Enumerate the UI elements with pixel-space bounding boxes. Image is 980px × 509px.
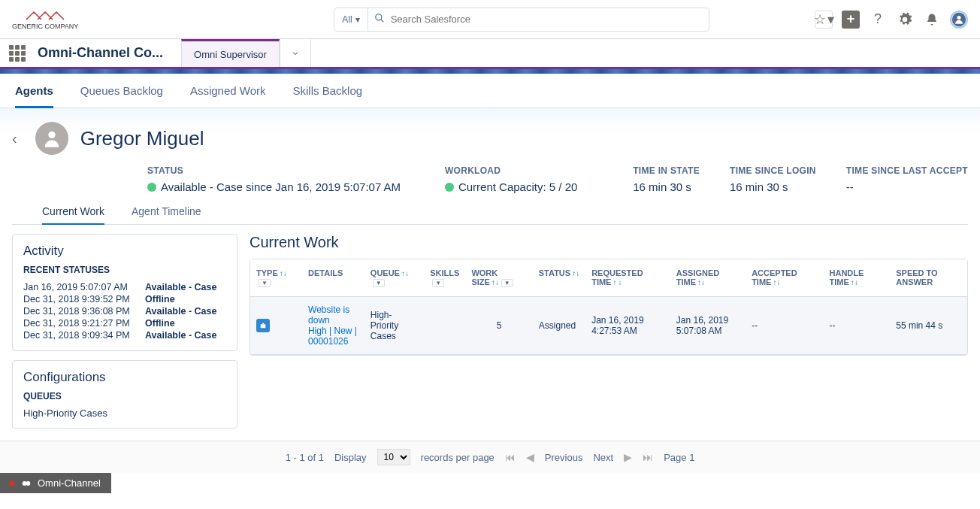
status-row: Jan 16, 2019 5:07:07 AMAvailable - Case (23, 281, 226, 293)
status-label: STATUS (147, 165, 415, 176)
activity-subtitle: RECENT STATUSES (23, 265, 226, 275)
search-scope-dropdown[interactable]: All ▾ (334, 8, 368, 31)
activity-card: Activity RECENT STATUSES Jan 16, 2019 5:… (12, 234, 237, 351)
col-accepted[interactable]: ACCEPTED TIME↑↓ (746, 259, 823, 297)
pager-next[interactable]: Next (593, 452, 613, 463)
time-in-state-label: TIME IN STATE (633, 165, 700, 176)
config-card: Configurations QUEUES High-Priority Case… (12, 360, 237, 429)
tab-queues-backlog[interactable]: Queues Backlog (80, 74, 163, 108)
status-dot-icon (9, 480, 15, 486)
current-work-table: TYPE↑↓▼ DETAILS QUEUE↑↓▼ SKILLS▼ WORK SI… (250, 259, 968, 356)
pager-range: 1 - 1 of 1 (286, 452, 324, 463)
svg-rect-5 (261, 324, 266, 328)
col-type[interactable]: TYPE↑↓▼ (250, 259, 302, 297)
pager-last-icon[interactable]: ⏭ (643, 451, 653, 463)
time-since-login-value: 16 min 30 s (730, 180, 816, 193)
status-row: Dec 31, 2018 9:09:34 PMAvailable - Case (23, 329, 226, 341)
omni-channel-widget[interactable]: Omni-Channel (0, 473, 111, 493)
col-skills[interactable]: SKILLS▼ (424, 259, 465, 297)
workload-indicator-icon (445, 183, 454, 192)
records-per-page-select[interactable]: 10 (377, 449, 410, 465)
status-row: Dec 31, 2018 9:39:52 PMOffline (23, 293, 226, 305)
time-since-accept-value: -- (846, 180, 968, 193)
col-handle[interactable]: HANDLE TIME↑↓ (824, 259, 891, 297)
agent-name: Gregor Miguel (80, 127, 204, 150)
subtab-agent-timeline[interactable]: Agent Timeline (132, 199, 201, 224)
global-search[interactable]: All ▾ (334, 8, 709, 32)
col-speed[interactable]: SPEED TO ANSWER (890, 259, 967, 297)
back-button[interactable]: ‹ (12, 130, 17, 147)
search-input[interactable] (391, 14, 709, 25)
pager-previous[interactable]: Previous (545, 452, 583, 463)
tab-assigned-work[interactable]: Assigned Work (190, 74, 266, 108)
pager-page: Page 1 (664, 452, 694, 463)
col-queue[interactable]: QUEUE↑↓▼ (364, 259, 424, 297)
app-launcher-icon[interactable] (9, 45, 26, 62)
status-row: Dec 31, 2018 9:21:27 PMOffline (23, 317, 226, 329)
subtab-current-work[interactable]: Current Work (42, 199, 104, 225)
search-icon (368, 13, 391, 26)
settings-gear-icon[interactable] (896, 11, 914, 29)
svg-point-0 (375, 14, 381, 20)
user-avatar[interactable] (950, 11, 968, 29)
app-name: Omni-Channel Co... (38, 45, 163, 61)
pager-next-icon[interactable]: ▶ (624, 451, 632, 463)
svg-line-1 (380, 20, 383, 23)
svg-point-4 (48, 132, 55, 138)
status-row: Dec 31, 2018 9:36:08 PMAvailable - Case (23, 305, 226, 317)
pager-prev-icon[interactable]: ◀ (526, 451, 534, 463)
status-indicator-icon (147, 183, 156, 192)
tab-skills-backlog[interactable]: Skills Backlog (293, 74, 363, 108)
current-work-title: Current Work (250, 234, 968, 251)
config-subtitle: QUEUES (23, 391, 226, 401)
notifications-bell-icon[interactable] (923, 11, 941, 29)
table-row[interactable]: Website is downHigh | New | 00001026 Hig… (250, 297, 967, 355)
pager-first-icon[interactable]: ⏮ (505, 451, 516, 463)
svg-point-7 (26, 481, 30, 486)
favorites-button[interactable]: ☆▾ (815, 11, 833, 29)
workload-value: Current Capacity: 5 / 20 (458, 180, 577, 193)
add-button[interactable]: + (842, 11, 860, 29)
case-icon (256, 319, 270, 332)
col-status[interactable]: STATUS↑↓ (533, 259, 585, 297)
time-in-state-value: 16 min 30 s (633, 180, 700, 193)
col-details[interactable]: DETAILS (302, 259, 364, 297)
col-assigned[interactable]: ASSIGNED TIME↑↓ (670, 259, 746, 297)
time-since-login-label: TIME SINCE LOGIN (730, 165, 816, 176)
omni-icon (21, 478, 32, 489)
col-work-size[interactable]: WORK SIZE↑↓▼ (465, 259, 532, 297)
config-queue-item: High-Priority Cases (23, 408, 226, 419)
agent-avatar (35, 122, 68, 155)
nav-tab-dropdown[interactable] (280, 39, 311, 67)
svg-point-3 (957, 16, 961, 20)
chevron-down-icon: ▾ (355, 14, 360, 25)
pagination-bar: 1 - 1 of 1 Display 10 records per page ⏮… (0, 441, 980, 473)
time-since-accept-label: TIME SINCE LAST ACCEPT (846, 165, 968, 176)
case-link[interactable]: Website is downHigh | New | 00001026 (308, 304, 357, 347)
config-title: Configurations (23, 370, 226, 385)
tab-agents[interactable]: Agents (15, 74, 53, 108)
company-logo: GENERIC COMPANY (12, 9, 78, 30)
workload-label: WORKLOAD (445, 165, 603, 176)
help-icon[interactable]: ? (869, 11, 887, 29)
activity-title: Activity (23, 244, 226, 259)
col-requested[interactable]: REQUESTED TIME↑↓ (585, 259, 670, 297)
nav-tab-omni-supervisor[interactable]: Omni Supervisor (181, 39, 280, 67)
status-value: Available - Case since Jan 16, 2019 5:07… (161, 180, 401, 193)
